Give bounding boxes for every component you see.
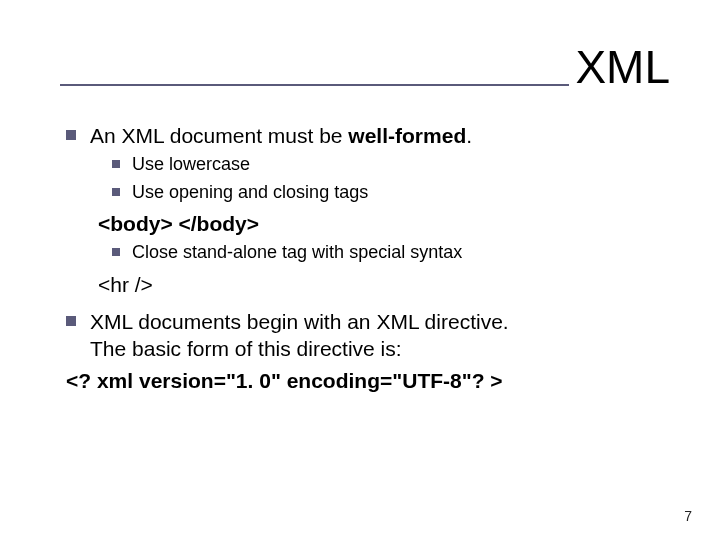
square-bullet-icon [112,160,120,168]
bullet-main-2: XML documents begin with an XML directiv… [66,308,670,363]
code-example-1: <body> </body> [98,210,670,237]
slide-content: An XML document must be well-formed. Use… [60,122,670,394]
xml-directive-code: <? xml version="1. 0" encoding="UTF-8"? … [66,367,670,394]
square-bullet-icon [112,248,120,256]
bullet-main-2-line2: The basic form of this directive is: [90,337,402,360]
bullet-main-1-text: An XML document must be well-formed. [90,122,472,149]
square-bullet-icon [66,130,76,140]
bullet-sub-1: Use lowercase [112,153,670,176]
bullet-main-1-bold: well-formed [348,124,466,147]
bullet-sub-1-text: Use lowercase [132,153,250,176]
bullet-sub-3: Close stand-alone tag with special synta… [112,241,670,264]
square-bullet-icon [66,316,76,326]
page-number: 7 [684,508,692,524]
bullet-main-1-pre: An XML document must be [90,124,348,147]
bullet-sub-3-text: Close stand-alone tag with special synta… [132,241,462,264]
code-example-2: <hr /> [98,271,670,298]
bullet-sub-2-text: Use opening and closing tags [132,181,368,204]
slide-title: XML [569,40,670,94]
square-bullet-icon [112,188,120,196]
bullet-main-2-line1: XML documents begin with an XML directiv… [90,310,509,333]
bullet-main-1: An XML document must be well-formed. [66,122,670,149]
bullet-main-2-text: XML documents begin with an XML directiv… [90,308,509,363]
bullet-sub-2: Use opening and closing tags [112,181,670,204]
slide-title-block: XML [60,40,670,94]
bullet-main-1-post: . [466,124,472,147]
